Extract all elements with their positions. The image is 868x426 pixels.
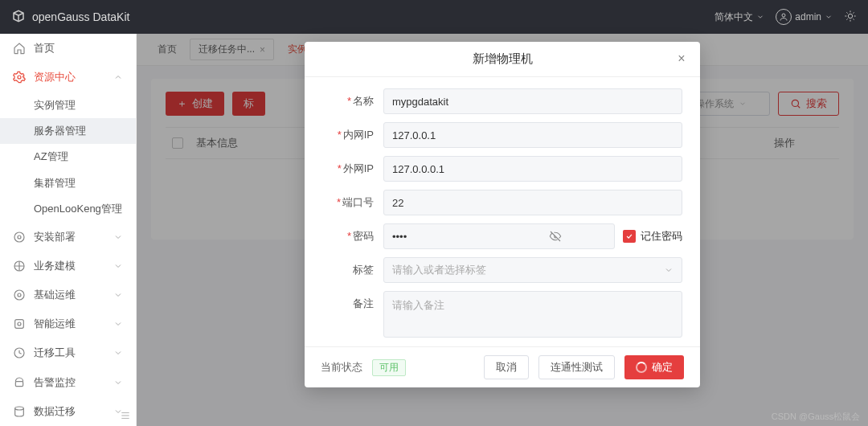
sidebar-item-install[interactable]: 安装部署 bbox=[0, 222, 136, 251]
svg-point-14 bbox=[14, 232, 24, 242]
sidebar-item-resource[interactable]: 资源中心 bbox=[0, 63, 136, 92]
collapse-icon[interactable] bbox=[120, 410, 131, 421]
datamove-icon bbox=[13, 405, 26, 418]
field-label: 内网IP bbox=[343, 129, 374, 141]
field-label: 备注 bbox=[353, 297, 374, 309]
theme-toggle-icon[interactable] bbox=[844, 10, 857, 25]
lang-label: 简体中文 bbox=[714, 10, 753, 24]
field-label: 标签 bbox=[353, 264, 374, 276]
outer-ip-input[interactable] bbox=[383, 156, 682, 182]
sidebar-item-label: 实例管理 bbox=[34, 98, 76, 113]
status-badge: 可用 bbox=[372, 359, 406, 376]
topbar-right: 简体中文 admin bbox=[714, 9, 857, 25]
sidebar-item-alarm[interactable]: 告警监控 bbox=[0, 368, 136, 397]
svg-line-9 bbox=[853, 18, 854, 19]
gear-icon bbox=[13, 71, 26, 84]
sidebar-item-label: 基础运维 bbox=[34, 288, 76, 302]
chevron-down-icon bbox=[113, 348, 123, 358]
svg-point-22 bbox=[15, 407, 24, 410]
checkbox-label: 记住密码 bbox=[641, 229, 682, 244]
modal-body: *名称 *内网IP *外网IP *端口号 *密码 bbox=[305, 77, 700, 346]
chevron-down-icon bbox=[825, 13, 833, 21]
sidebar-item-instance[interactable]: 实例管理 bbox=[0, 92, 136, 117]
sidebar-item-lookeng[interactable]: OpenLooKeng管理 bbox=[0, 196, 136, 222]
sidebar-item-label: 数据迁移 bbox=[34, 404, 76, 419]
sidebar-item-biz[interactable]: 业务建模 bbox=[0, 252, 136, 281]
port-input[interactable] bbox=[383, 190, 682, 215]
loading-spinner-icon bbox=[636, 362, 647, 373]
checkbox-checked-icon bbox=[623, 230, 636, 243]
field-label: 名称 bbox=[353, 95, 374, 107]
field-label: 端口号 bbox=[342, 196, 374, 208]
model-icon bbox=[13, 260, 26, 272]
user-menu[interactable]: admin bbox=[776, 9, 833, 25]
svg-line-8 bbox=[846, 12, 847, 13]
sidebar-item-label: 集群管理 bbox=[34, 176, 76, 190]
field-label: 密码 bbox=[353, 230, 374, 242]
alarm-icon bbox=[13, 376, 26, 389]
modal-title: 新增物理机 bbox=[473, 51, 533, 67]
inner-ip-input[interactable] bbox=[383, 122, 682, 148]
sidebar-item-datamove[interactable]: 数据迁移 bbox=[0, 397, 136, 426]
confirm-button[interactable]: 确定 bbox=[624, 355, 684, 379]
ops-icon bbox=[13, 289, 26, 301]
select-placeholder: 请输入或者选择标签 bbox=[392, 263, 486, 277]
svg-point-3 bbox=[848, 14, 852, 18]
remember-password[interactable]: 记住密码 bbox=[623, 229, 682, 244]
sidebar-item-label: OpenLooKeng管理 bbox=[34, 202, 122, 216]
button-label: 取消 bbox=[496, 360, 517, 375]
svg-point-2 bbox=[782, 14, 785, 17]
sidebar-item-label: 首页 bbox=[34, 41, 55, 55]
chevron-down-icon bbox=[113, 378, 123, 387]
close-button[interactable]: × bbox=[674, 51, 689, 66]
svg-point-19 bbox=[18, 322, 21, 326]
watermark: CSDN @Gauss松鼠会 bbox=[772, 411, 860, 423]
sidebar-item-smartops[interactable]: 智能运维 bbox=[0, 309, 136, 338]
lang-switcher[interactable]: 简体中文 bbox=[714, 10, 764, 24]
modal-header: 新增物理机 × bbox=[305, 42, 700, 77]
status-label: 当前状态 bbox=[321, 360, 362, 375]
brand: openGauss DataKit bbox=[11, 9, 129, 26]
chevron-down-icon bbox=[113, 261, 123, 271]
remark-input[interactable] bbox=[383, 291, 682, 338]
modal: 新增物理机 × *名称 *内网IP *外网IP *端口号 *密码 bbox=[305, 42, 700, 387]
field-label: 外网IP bbox=[343, 162, 374, 174]
sidebar-item-server[interactable]: 服务器管理 bbox=[0, 118, 136, 144]
sidebar-item-baseops[interactable]: 基础运维 bbox=[0, 281, 136, 309]
sidebar-item-label: 迁移工具 bbox=[34, 346, 76, 360]
top-bar: openGauss DataKit 简体中文 admin bbox=[0, 0, 868, 34]
chevron-down-icon bbox=[113, 290, 123, 300]
brand-title: openGauss DataKit bbox=[32, 10, 129, 23]
user-icon bbox=[776, 9, 792, 25]
cancel-button[interactable]: 取消 bbox=[484, 355, 529, 379]
password-input[interactable] bbox=[383, 223, 615, 249]
sidebar-item-migratetool[interactable]: 迁移工具 bbox=[0, 338, 136, 367]
chevron-down-icon bbox=[113, 232, 123, 242]
sidebar: 首页 资源中心 实例管理 服务器管理 AZ管理 集群管理 OpenLooKeng… bbox=[0, 34, 137, 426]
sidebar-item-az[interactable]: AZ管理 bbox=[0, 144, 136, 170]
svg-point-12 bbox=[18, 76, 21, 79]
sidebar-item-label: 服务器管理 bbox=[34, 124, 86, 138]
svg-line-10 bbox=[846, 18, 847, 19]
svg-line-11 bbox=[853, 12, 854, 13]
svg-point-16 bbox=[14, 290, 24, 300]
sidebar-item-label: 业务建模 bbox=[34, 259, 76, 273]
sidebar-item-home[interactable]: 首页 bbox=[0, 34, 136, 63]
chevron-down-icon bbox=[756, 13, 764, 21]
sidebar-item-label: 告警监控 bbox=[34, 375, 76, 390]
name-input[interactable] bbox=[383, 88, 682, 114]
home-icon bbox=[13, 42, 26, 55]
svg-rect-18 bbox=[15, 320, 24, 329]
sidebar-item-label: 智能运维 bbox=[34, 317, 76, 331]
modal-footer: 当前状态 可用 取消 连通性测试 确定 bbox=[305, 346, 700, 387]
button-label: 连通性测试 bbox=[551, 360, 603, 375]
chevron-up-icon bbox=[113, 72, 123, 82]
connectivity-test-button[interactable]: 连通性测试 bbox=[538, 355, 615, 379]
eye-off-icon[interactable] bbox=[549, 230, 562, 243]
svg-point-13 bbox=[18, 236, 21, 239]
sidebar-item-cluster[interactable]: 集群管理 bbox=[0, 170, 136, 196]
tag-select[interactable]: 请输入或者选择标签 bbox=[383, 257, 682, 283]
sidebar-item-label: 资源中心 bbox=[34, 70, 76, 84]
user-name: admin bbox=[795, 11, 821, 23]
tool-icon bbox=[13, 346, 26, 359]
